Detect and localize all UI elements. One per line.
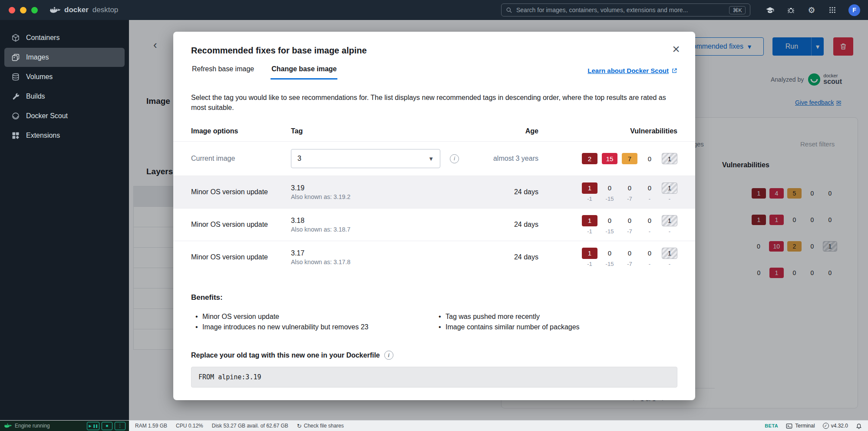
images-icon [11,53,20,62]
app-brand: docker desktop [50,6,118,14]
vuln-delta: - [649,261,650,267]
vuln-badge-critical: 1 [582,182,597,194]
search-icon [506,7,512,13]
row-vulnerabilities: 1-1 0-15 0-7 0- 1- [582,182,677,202]
row-vulnerabilities: 1-1 0-15 0-7 0- 1- [582,248,677,267]
vuln-delta: -1 [587,228,592,235]
vuln-badge-medium: 0 [622,215,637,226]
sidebar: Containers Images Volumes Builds Docker … [0,20,129,421]
vuln-delta: - [669,261,670,267]
user-avatar[interactable]: F [848,4,860,16]
vuln-badge-medium: 0 [622,182,637,194]
extensions-icon [11,131,20,140]
minimize-window-button[interactable] [20,7,26,13]
vuln-delta: -7 [627,228,632,235]
row-vulnerabilities: 2 15 7 0 1 [582,153,677,164]
tag-select-dropdown[interactable]: 3 [291,149,440,168]
sidebar-item-label: Images [26,53,49,61]
info-icon[interactable] [450,154,459,163]
global-search-input[interactable]: Search for images, containers, volumes, … [501,3,750,17]
row-tag-alias: Also known as: 3.19.2 [291,193,465,200]
dashboard-grid-icon[interactable] [828,5,837,15]
header-tag: Tag [291,127,465,135]
tab-change-base-image[interactable]: Change base image [271,65,337,80]
builds-icon [11,92,20,101]
check-file-shares-button[interactable]: Check file shares [297,423,344,429]
engine-status-section: Engine running [0,421,129,431]
table-header-row: Image options Tag Age Vulnerabilities [191,123,677,141]
sidebar-item-volumes[interactable]: Volumes [4,67,125,86]
row-option-label: Current image [191,155,291,162]
sidebar-item-docker-scout[interactable]: Docker Scout [4,106,125,126]
external-link-icon [671,68,677,74]
close-icon[interactable] [669,42,683,56]
settings-gear-icon[interactable]: ⚙ [807,5,816,15]
row-option-label: Minor OS version update [191,253,291,261]
row-age: almost 3 years [493,155,538,162]
search-placeholder: Search for images, containers, volumes, … [516,7,688,13]
resource-stats: RAM 1.59 GB CPU 0.12% Disk 53.27 GB avai… [135,423,344,429]
terminal-button[interactable]: Terminal [786,423,815,429]
title-bar: docker desktop Search for images, contai… [0,0,868,20]
benefit-item: Tag was pushed more recently [434,312,677,322]
learn-link-label: Learn about Docker Scout [587,67,669,74]
sidebar-item-label: Builds [26,93,45,100]
info-icon[interactable] [384,351,393,360]
row-tag: 3.19 [291,184,465,192]
table-row-current-image: Current image 3 almost 3 years 2 15 7 0 … [173,141,695,176]
sidebar-item-builds[interactable]: Builds [4,87,125,106]
row-tag: 3.17 [291,249,465,257]
vuln-badge-unspecified: 1 [662,248,677,259]
learning-center-icon[interactable] [765,5,775,15]
engine-more-options-button[interactable] [115,422,125,430]
sidebar-item-label: Extensions [26,132,60,139]
disk-usage: Disk 53.27 GB avail. of 62.67 GB [212,423,288,429]
sidebar-item-label: Containers [26,34,59,42]
maximize-window-button[interactable] [31,7,38,13]
vuln-badge-high: 0 [602,248,617,259]
engine-controls [87,422,125,430]
vuln-badge-unspecified: 1 [662,153,677,164]
sidebar-item-extensions[interactable]: Extensions [4,126,125,145]
notifications-bell-icon[interactable] [856,423,862,429]
tab-refresh-base-image[interactable]: Refresh base image [191,65,255,80]
docker-desktop-window: docker desktop Search for images, contai… [0,0,868,431]
play-pause-button[interactable] [87,422,99,430]
vuln-delta: - [669,228,670,235]
version-indicator[interactable]: v4.32.0 [823,423,848,429]
terminal-label: Terminal [795,423,815,429]
recommendations-table: Image options Tag Age Vulnerabilities Cu… [191,123,677,273]
table-row-recommendation[interactable]: Minor OS version update 3.17 Also known … [173,241,695,273]
header-image-options: Image options [191,127,291,135]
row-age: 24 days [514,221,538,229]
sidebar-item-containers[interactable]: Containers [4,28,125,47]
docker-whale-icon [50,7,60,14]
dialog-tabs: Refresh base image Change base image Lea… [191,65,677,80]
bug-report-icon[interactable] [786,5,795,15]
vuln-badge-unspecified: 1 [662,182,677,194]
table-row-recommendation[interactable]: Minor OS version update 3.18 Also known … [173,208,695,241]
check-file-shares-label: Check file shares [304,423,344,429]
benefit-item: Minor OS version update [191,312,434,322]
close-window-button[interactable] [9,7,15,13]
status-bar: Engine running RAM 1.59 GB CPU 0.12% Dis… [0,420,868,431]
search-shortcut-hint: ⌘K [729,6,746,14]
sidebar-item-images[interactable]: Images [4,48,125,67]
engine-whale-icon [4,423,12,428]
dockerfile-code-snippet[interactable]: FROM alpine:3.19 [191,367,677,388]
table-row-recommendation[interactable]: Minor OS version update 3.19 Also known … [173,176,695,208]
dropdown-caret-icon [428,156,434,162]
vuln-delta: -15 [606,228,614,235]
vuln-badge-high: 15 [602,153,617,164]
vuln-delta: -15 [606,261,614,267]
terminal-icon [786,423,792,429]
benefit-item: Image introduces no new vulnerability bu… [191,322,434,332]
learn-about-docker-scout-link[interactable]: Learn about Docker Scout [587,67,677,80]
benefits-title: Benefits: [191,293,677,302]
vuln-badge-critical: 1 [582,248,597,259]
row-age: 24 days [514,188,538,196]
beta-badge: BETA [765,423,778,428]
vuln-badge-critical: 2 [582,153,597,164]
header-age: Age [525,127,538,135]
stop-engine-button[interactable] [102,422,112,430]
